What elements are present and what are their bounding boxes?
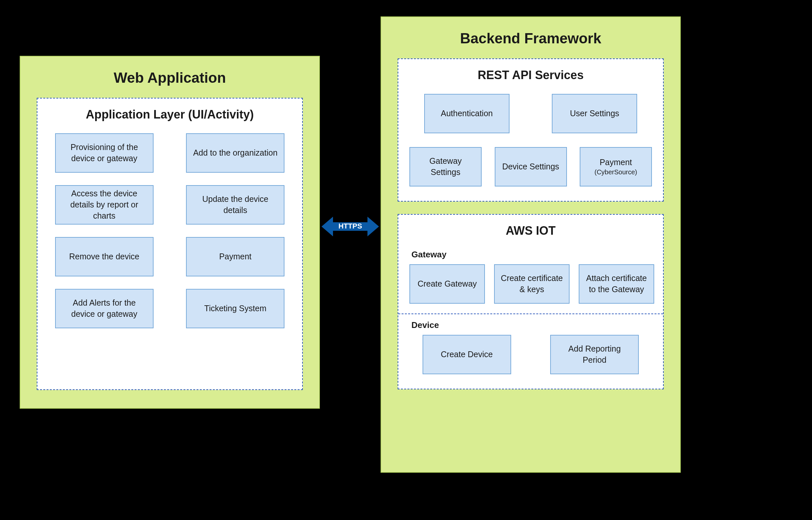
node-add-alerts: Add Alerts for the device or gateway	[55, 289, 153, 328]
web-application-title: Web Application	[37, 70, 303, 86]
node-access-details: Access the device details by report or c…	[55, 185, 153, 225]
iot-divider	[398, 313, 663, 314]
backend-framework-panel: Backend Framework REST API Services Auth…	[381, 17, 681, 473]
node-create-gateway: Create Gateway	[410, 264, 485, 304]
rest-api-box: REST API Services Authentication User Se…	[398, 58, 664, 202]
node-authentication: Authentication	[424, 94, 509, 133]
aws-iot-box: AWS IOT Gateway Create Gateway Create ce…	[398, 214, 664, 389]
payment-label: Payment	[594, 157, 637, 168]
node-provisioning: Provisioning of the device or gateway	[55, 133, 153, 173]
aws-iot-title: AWS IOT	[410, 224, 652, 238]
device-nodes-row: Create Device Add Reporting Period	[410, 335, 652, 374]
node-update-details: Update the device details	[186, 185, 284, 225]
device-section-label: Device	[412, 320, 652, 330]
gateway-nodes-grid: Create Gateway Create certificate & keys…	[410, 264, 652, 304]
rest-api-title: REST API Services	[410, 68, 652, 82]
node-user-settings: User Settings	[552, 94, 637, 133]
node-device-settings: Device Settings	[495, 147, 567, 186]
https-connector: HTTPS	[321, 215, 379, 238]
web-application-panel: Web Application Application Layer (UI/Ac…	[20, 56, 320, 409]
node-payment: Payment	[186, 237, 284, 277]
application-layer-box: Application Layer (UI/Activity) Provisio…	[37, 98, 303, 390]
node-add-to-org: Add to the organization	[186, 133, 284, 173]
web-nodes-grid: Provisioning of the device or gateway Ad…	[49, 133, 291, 328]
gateway-section-label: Gateway	[412, 250, 652, 260]
node-add-reporting: Add Reporting Period	[550, 335, 639, 374]
api-row-1: Authentication User Settings	[410, 94, 652, 133]
payment-sub: (CyberSource)	[594, 168, 637, 177]
node-create-cert: Create certificate & keys	[494, 264, 569, 304]
node-ticketing: Ticketing System	[186, 289, 284, 328]
node-payment-cybersource: Payment (CyberSource)	[580, 147, 652, 186]
node-create-device: Create Device	[423, 335, 511, 374]
node-attach-cert: Attach certificate to the Gateway	[579, 264, 654, 304]
application-layer-title: Application Layer (UI/Activity)	[49, 108, 291, 122]
node-remove-device: Remove the device	[55, 237, 153, 277]
backend-framework-title: Backend Framework	[398, 30, 664, 47]
connector-label: HTTPS	[321, 215, 379, 238]
node-gateway-settings: Gateway Settings	[410, 147, 482, 186]
api-row-2: Gateway Settings Device Settings Payment…	[410, 147, 652, 186]
